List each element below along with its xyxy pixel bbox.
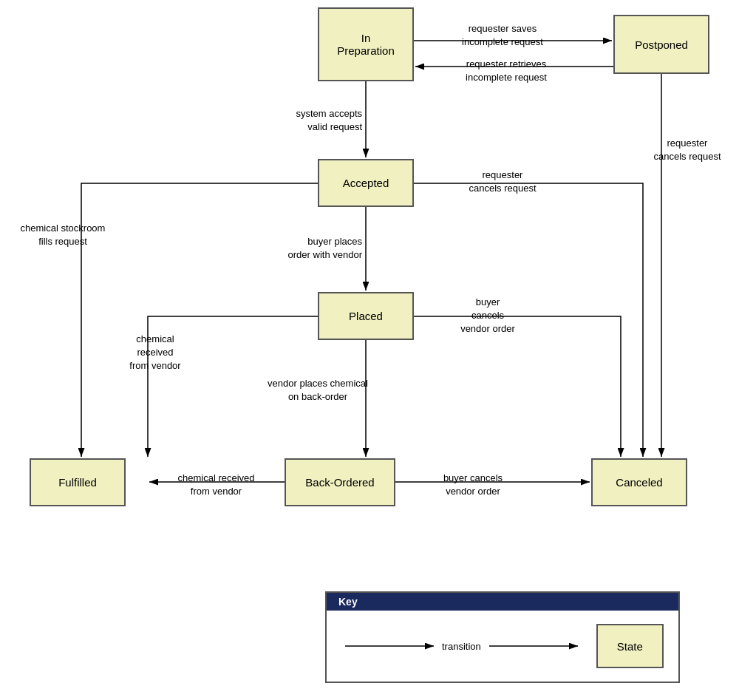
state-postponed: Postponed [613,15,709,74]
state-placed: Placed [318,292,414,340]
key-body: transition State [327,611,678,682]
key-state-box: State [596,624,664,668]
key-arrow-line: transition [341,639,582,653]
label-buyer-cancels-back-order: buyer cancels vendor order [410,472,536,498]
label-system-accepts: system accepts valid request [251,107,362,134]
state-canceled: Canceled [591,458,687,506]
label-requester-cancels-accepted: requester cancels request [443,169,562,195]
label-buyer-cancels-vendor: buyer cancels vendor order [443,296,532,336]
label-chemical-from-vendor-2: chemical received from vendor [151,472,281,498]
label-retrieves-incomplete: requester retrieves incomplete request [443,58,569,84]
label-saves-incomplete: requester saves incomplete request [443,22,562,49]
diagram-container: In Preparation Postponed Accepted Placed… [0,0,739,700]
key-container: Key transition [325,591,680,683]
state-back-ordered: Back-Ordered [285,458,395,506]
label-requester-cancels-postponed: requester cancels request [643,137,732,163]
state-in-preparation: In Preparation [318,7,414,81]
state-accepted: Accepted [318,159,414,207]
key-header: Key [327,593,678,611]
label-chemical-stockroom: chemical stockroom fills request [4,222,122,248]
label-chemical-from-vendor-1: chemical received from vendor [111,333,200,373]
state-fulfilled: Fulfilled [30,458,126,506]
label-vendor-back-order: vendor places chemical on back-order [244,377,392,404]
label-buyer-places-order: buyer places order with vendor [251,235,362,262]
